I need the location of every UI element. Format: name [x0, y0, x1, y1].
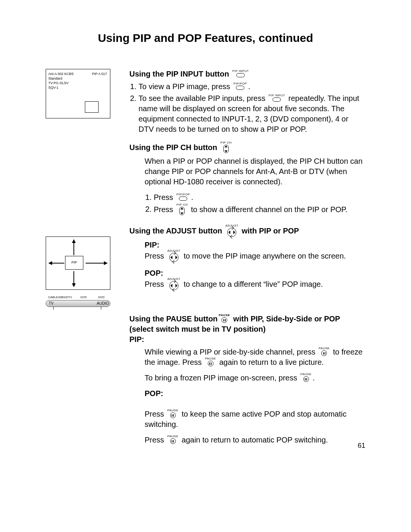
pip-pop-button-icon: PIP/POP	[177, 193, 190, 201]
section-heading: Using the PAUSE button PAUSE with PIP, S…	[129, 315, 340, 333]
arrows-icon	[72, 239, 76, 255]
diagram-pip-input: Ant-A 002 KCBS Standard TV-PG DLSV SQV-1…	[46, 69, 110, 118]
page-number: 61	[358, 441, 365, 450]
switch-label: VCR	[75, 296, 92, 300]
paragraph: POP: Press ADJUST to change to a differe…	[145, 268, 365, 291]
pip-box-icon	[85, 101, 99, 113]
pip-ch-button-icon: PIP CH	[220, 141, 232, 153]
svg-marker-0	[225, 145, 228, 147]
pip-label: PIP:	[129, 335, 144, 343]
pause-button-icon: PAUSE	[319, 347, 330, 356]
page-title: Using PIP and POP Features, continued	[46, 30, 365, 46]
pip-box-icon: PIP	[65, 256, 83, 270]
arrows-icon	[86, 261, 108, 265]
paragraph: POP: Press PAUSE to keep the same active…	[145, 388, 365, 430]
pause-button-icon: PAUSE	[167, 409, 178, 418]
list-item: To see the available PIP inputs, press P…	[139, 93, 365, 134]
paragraph: To bring a frozen PIP image on-screen, p…	[145, 373, 365, 383]
paragraph: When a PIP or POP channel is displayed, …	[145, 156, 365, 187]
diag-text: SQV-1	[48, 85, 108, 90]
pip-label: PIP:	[145, 241, 159, 249]
section-pause: CABLE/DBS/DTV VCR DVD TV AUDIO Using the…	[46, 299, 365, 451]
adjust-button-icon: ADJUST	[167, 249, 180, 262]
pip-ch-button-icon: PIP CH	[177, 203, 188, 215]
svg-marker-3	[180, 212, 183, 214]
list-item: Press PIP CH to show a different channel…	[154, 204, 365, 216]
pause-button-icon: PAUSE	[301, 373, 312, 382]
svg-marker-7	[86, 261, 108, 265]
switch-label: TV	[46, 301, 61, 306]
paragraph: PIP: Press ADJUST to move the PIP image …	[145, 240, 365, 263]
list-item: Press PIP/POP .	[154, 192, 365, 203]
arrows-icon	[48, 261, 64, 265]
diag-text: PIP A 017	[92, 72, 107, 76]
section-heading: Using the ADJUST button	[129, 226, 224, 235]
svg-marker-1	[225, 150, 228, 152]
switch-label: CABLE/DBS/DTV	[46, 296, 75, 300]
switch-label: DVD	[92, 296, 110, 300]
switch-label: AUDIO	[91, 301, 110, 306]
svg-marker-6	[48, 261, 64, 265]
diag-text: Standard	[48, 76, 108, 81]
paragraph: While viewing a PIP or side-by-side chan…	[145, 347, 365, 367]
pause-button-icon: PAUSE	[205, 357, 216, 366]
slide-switch-diagram: CABLE/DBS/DTV VCR DVD TV AUDIO	[46, 300, 110, 306]
adjust-button-icon: ADJUST	[167, 278, 180, 290]
section-pip-input: Ant-A 002 KCBS Standard TV-PG DLSV SQV-1…	[46, 69, 365, 221]
pip-input-button-icon: PIP INPUT	[232, 70, 249, 77]
adjust-button-icon: ADJUST	[225, 224, 238, 237]
section-heading: Using the PIP INPUT button	[129, 70, 229, 78]
pause-button-icon: PAUSE	[167, 435, 178, 444]
ordered-list: Press PIP/POP . Press PIP CH	[145, 192, 365, 216]
pause-button-icon: PAUSE	[219, 314, 230, 323]
page: Using PIP and POP Features, continued An…	[0, 0, 411, 473]
section-adjust: PIP Using the ADJUST button ADJUST with …	[46, 225, 365, 296]
ordered-list: To view a PIP image, press PIP/POP . To …	[129, 81, 365, 134]
svg-marker-4	[72, 239, 76, 255]
diagram-adjust: PIP	[46, 236, 110, 290]
svg-marker-5	[72, 271, 76, 287]
list-item: To view a PIP image, press PIP/POP .	[139, 81, 365, 92]
section-heading: with PIP or POP	[242, 226, 299, 235]
section-heading: Using the PIP CH button	[129, 143, 217, 151]
pip-input-button-icon: PIP INPUT	[269, 94, 285, 102]
pop-label: POP:	[145, 389, 163, 398]
svg-marker-2	[180, 208, 183, 209]
paragraph: Press PAUSE again to return to automatic…	[145, 435, 365, 445]
diag-text: TV-PG DLSV	[48, 81, 108, 85]
section-pip-ch: Using the PIP CH button PIP CH When a PI…	[129, 142, 365, 216]
arrows-icon	[72, 271, 76, 287]
pop-label: POP:	[145, 269, 163, 277]
pip-pop-button-icon: PIP/POP	[233, 82, 247, 90]
